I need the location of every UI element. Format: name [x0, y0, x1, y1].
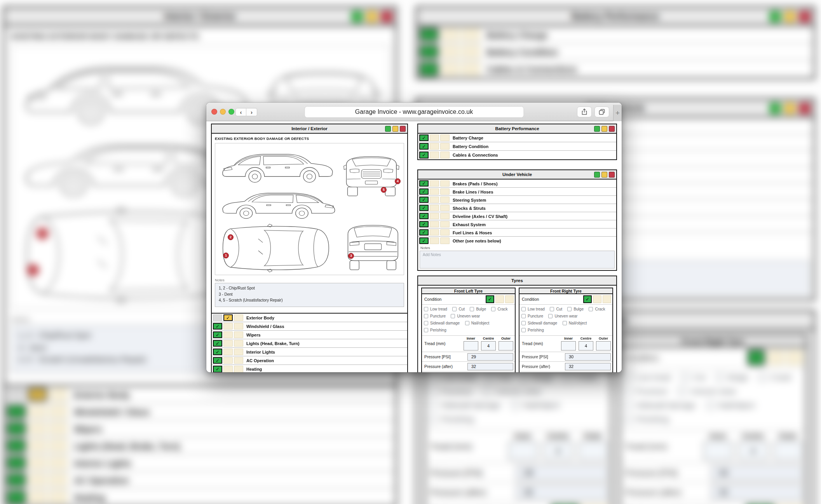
- checkbox-icon[interactable]: [424, 328, 428, 332]
- defect-option[interactable]: Sidewall damage: [521, 320, 557, 326]
- status-cell-yellow[interactable]: [223, 340, 233, 347]
- close-window-button[interactable]: [211, 109, 217, 115]
- status-cell-red[interactable]: [234, 366, 243, 372]
- pressure-input[interactable]: [565, 353, 611, 361]
- status-cell-green[interactable]: ✓: [486, 295, 494, 303]
- checkbox-icon[interactable]: [521, 321, 526, 325]
- status-cell-yellow[interactable]: [223, 323, 233, 330]
- tread-centre-input[interactable]: [481, 341, 496, 351]
- defect-option[interactable]: Puncture: [424, 313, 446, 319]
- checkbox-icon[interactable]: [550, 307, 554, 311]
- status-cell-green[interactable]: ✓: [419, 180, 429, 187]
- status-cell-red[interactable]: [440, 188, 450, 195]
- checkbox-icon[interactable]: [521, 314, 526, 318]
- checkbox-icon[interactable]: [589, 307, 593, 311]
- status-cell-yellow[interactable]: [430, 180, 439, 187]
- status-cell-red[interactable]: [440, 213, 450, 219]
- defect-option[interactable]: Uneven wear: [548, 313, 577, 319]
- status-cell-yellow[interactable]: [593, 295, 601, 303]
- defect-option[interactable]: Crack: [491, 306, 507, 312]
- notes-textarea[interactable]: [420, 251, 614, 268]
- status-cell-green[interactable]: ✓: [213, 340, 222, 347]
- status-cell-red[interactable]: [440, 197, 450, 203]
- damage-marker[interactable]: 5: [381, 187, 387, 193]
- checkbox-icon[interactable]: [491, 307, 495, 311]
- status-cell-green[interactable]: ✓: [213, 349, 222, 355]
- status-cell-red[interactable]: [440, 143, 450, 150]
- status-cell-red[interactable]: [234, 340, 243, 347]
- status-square-red[interactable]: [609, 126, 615, 132]
- status-cell-red[interactable]: [234, 349, 243, 355]
- defect-option[interactable]: Puncture: [521, 313, 543, 319]
- vehicle-damage-diagram[interactable]: 1 2 3 4 5: [215, 143, 404, 275]
- status-square-red[interactable]: [609, 172, 615, 178]
- status-cell-yellow[interactable]: [430, 229, 439, 235]
- status-cell-yellow[interactable]: ✓: [223, 314, 233, 321]
- checkbox-icon[interactable]: [521, 328, 526, 332]
- checkbox-icon[interactable]: [548, 314, 553, 318]
- defect-option[interactable]: Bulge: [567, 306, 584, 312]
- status-cell-red[interactable]: [234, 323, 243, 330]
- tread-centre-input[interactable]: [579, 341, 593, 351]
- status-cell-green[interactable]: ✓: [419, 229, 429, 235]
- status-square-yellow[interactable]: [601, 172, 607, 178]
- status-cell-yellow[interactable]: [430, 237, 439, 244]
- new-tab-button[interactable]: +: [613, 105, 622, 121]
- status-cell-green[interactable]: ✓: [419, 152, 429, 159]
- pressure-input[interactable]: [467, 353, 513, 361]
- status-square-green[interactable]: [594, 126, 600, 132]
- checkbox-icon[interactable]: [563, 321, 567, 325]
- status-cell-yellow[interactable]: [430, 143, 439, 150]
- defect-option[interactable]: Low tread: [424, 306, 447, 312]
- status-cell-red[interactable]: [440, 205, 450, 211]
- tread-outer-input[interactable]: [499, 341, 513, 351]
- status-cell-green[interactable]: ✓: [213, 366, 222, 372]
- status-cell-yellow[interactable]: [223, 349, 233, 355]
- share-button[interactable]: [577, 106, 592, 117]
- status-square-yellow[interactable]: [601, 126, 607, 132]
- status-cell-yellow[interactable]: [430, 221, 439, 227]
- status-cell-green[interactable]: ✓: [583, 295, 592, 303]
- status-cell-yellow[interactable]: [430, 197, 439, 203]
- checkbox-icon[interactable]: [424, 314, 428, 318]
- status-cell-green[interactable]: ✓: [419, 143, 429, 150]
- status-cell-green[interactable]: ✓: [419, 188, 429, 195]
- pressure-after-input[interactable]: [565, 363, 611, 370]
- checkbox-icon[interactable]: [470, 307, 474, 311]
- minimize-window-button[interactable]: [220, 109, 226, 115]
- status-cell-green[interactable]: ✓: [419, 134, 429, 141]
- checkbox-icon[interactable]: [452, 307, 457, 311]
- back-button[interactable]: ‹: [235, 108, 246, 116]
- status-cell-yellow[interactable]: [430, 213, 439, 219]
- status-cell-yellow[interactable]: [223, 331, 233, 338]
- status-square-yellow[interactable]: [392, 126, 398, 132]
- defect-option[interactable]: Nail/object: [465, 320, 490, 326]
- forward-button[interactable]: ›: [246, 108, 257, 116]
- show-tabs-button[interactable]: [594, 106, 609, 117]
- status-cell-red[interactable]: [440, 237, 450, 244]
- defect-option[interactable]: Crack: [589, 306, 605, 312]
- defect-option[interactable]: Sidewall damage: [424, 320, 460, 326]
- tread-outer-input[interactable]: [596, 341, 611, 351]
- status-cell-yellow[interactable]: [223, 366, 233, 372]
- tread-inner-input[interactable]: [464, 341, 478, 351]
- damage-marker[interactable]: 2: [228, 234, 234, 240]
- status-cell-yellow[interactable]: [430, 134, 439, 141]
- checkbox-icon[interactable]: [465, 321, 469, 325]
- status-cell-red[interactable]: [234, 331, 243, 338]
- status-cell-green[interactable]: ✓: [213, 357, 222, 364]
- address-bar[interactable]: Garage Invoice - www.garageinvoice.co.uk: [304, 106, 524, 118]
- status-cell-yellow[interactable]: [223, 357, 233, 364]
- status-cell-green[interactable]: ✓: [419, 221, 429, 227]
- damage-marker[interactable]: 3: [348, 253, 354, 259]
- checkbox-icon[interactable]: [424, 307, 428, 311]
- status-cell-green[interactable]: ✓: [419, 237, 429, 244]
- status-cell-yellow[interactable]: [430, 152, 439, 159]
- damage-marker[interactable]: 4: [395, 178, 401, 184]
- status-cell-red[interactable]: [440, 229, 450, 235]
- status-cell-green[interactable]: ✓: [213, 323, 222, 330]
- defect-option[interactable]: Perishing: [424, 327, 446, 333]
- status-cell-green[interactable]: ✓: [419, 205, 429, 211]
- status-cell-red[interactable]: [603, 295, 611, 303]
- checkbox-icon[interactable]: [451, 314, 455, 318]
